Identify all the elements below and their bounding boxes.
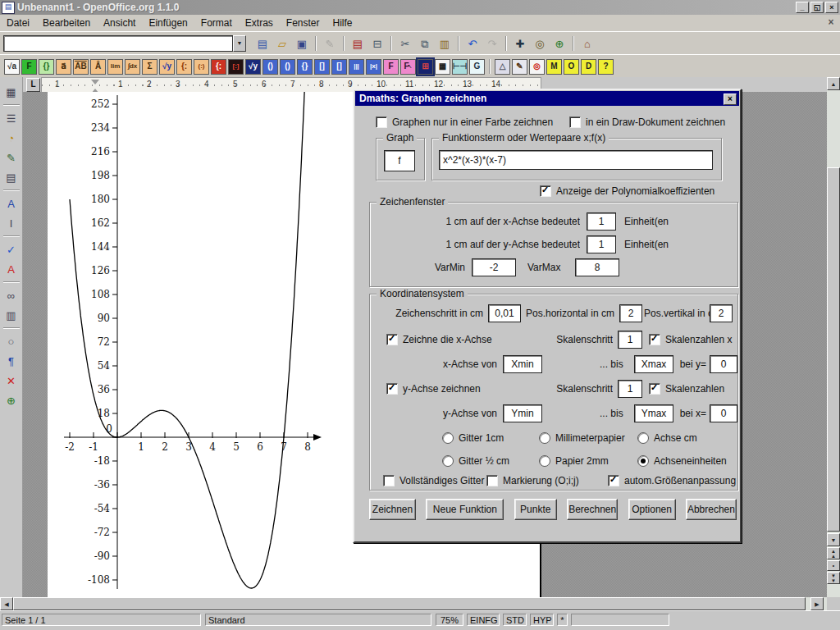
menu-item-ansicht[interactable]: Ansicht bbox=[97, 16, 142, 30]
radio-papier-2mm[interactable] bbox=[539, 455, 550, 467]
online-layout-icon[interactable]: ⊕ bbox=[2, 391, 21, 409]
neue-funktion-button[interactable]: Neue Funktion bbox=[426, 499, 504, 520]
navigator-icon[interactable]: ✚ bbox=[511, 34, 529, 52]
zoom-icon[interactable]: ○ bbox=[2, 332, 21, 350]
system-brace-icon[interactable]: {: bbox=[176, 59, 192, 75]
matrix-dark-icon[interactable]: [:] bbox=[228, 59, 244, 75]
auto-spellcheck-icon[interactable]: A bbox=[2, 260, 21, 278]
show-draw-functions-icon[interactable]: ✎ bbox=[2, 148, 21, 167]
checkbox-draw-y-axis[interactable] bbox=[386, 383, 398, 395]
y-achse-von-field[interactable]: Ymin bbox=[503, 404, 542, 422]
y-scale-field[interactable]: 1 bbox=[587, 235, 616, 253]
open-file-icon[interactable]: ▱ bbox=[273, 34, 291, 52]
varmin-field[interactable]: -2 bbox=[472, 258, 516, 276]
root-navy-icon[interactable]: √y bbox=[245, 59, 261, 75]
menu-item-extras[interactable]: Extras bbox=[239, 16, 280, 30]
menu-item-bearbeiten[interactable]: Bearbeiten bbox=[36, 16, 97, 30]
close-button[interactable]: × bbox=[825, 2, 838, 13]
function-term-field[interactable]: x^2*(x-3)*(x-7) bbox=[439, 150, 713, 170]
new-document-icon[interactable]: ▤ bbox=[253, 34, 272, 52]
restore-button[interactable]: ◱ bbox=[810, 2, 824, 13]
checkbox-polynomial-coefficients[interactable] bbox=[540, 185, 551, 197]
insert-fields-icon[interactable]: ☰ bbox=[2, 109, 21, 127]
url-dropdown-button[interactable]: ▼ bbox=[233, 35, 246, 52]
geometry-g-icon[interactable]: G bbox=[469, 59, 485, 75]
insert-form-icon[interactable]: ▤ bbox=[2, 168, 21, 186]
radio-achseneinheiten[interactable] bbox=[637, 455, 649, 467]
hyperlink-icon[interactable]: ⊕ bbox=[550, 34, 568, 52]
menu-item-datei[interactable]: Datei bbox=[0, 16, 36, 30]
tab-type-selector[interactable]: L bbox=[26, 78, 40, 92]
radio-gitter-halb-cm[interactable] bbox=[442, 455, 454, 467]
status-selection-mode[interactable]: STD bbox=[503, 614, 527, 626]
zeichnen-button[interactable]: Zeichnen bbox=[369, 499, 416, 520]
x-scale-field[interactable]: 1 bbox=[587, 212, 616, 231]
radio-gitter-1cm[interactable] bbox=[442, 432, 454, 444]
checkbox-draw-x-axis[interactable] bbox=[386, 334, 398, 345]
radio-millimeterpapier[interactable] bbox=[539, 432, 550, 444]
measure-icon[interactable]: ⊢⊣ bbox=[452, 59, 468, 75]
x-bis-field[interactable]: Xmax bbox=[634, 355, 673, 373]
minimize-button[interactable]: _ bbox=[796, 2, 809, 13]
checkbox-one-color[interactable] bbox=[376, 116, 387, 128]
optionen-button[interactable]: Optionen bbox=[628, 499, 676, 520]
varmax-field[interactable]: 8 bbox=[575, 258, 619, 276]
brackets-large-icon[interactable]: [] bbox=[331, 59, 347, 75]
navigation-dot-icon[interactable]: • bbox=[827, 560, 840, 571]
grid-icon[interactable]: ▦ bbox=[435, 59, 450, 75]
previous-page-icon[interactable]: ▲▲ bbox=[827, 547, 840, 559]
zoom-icon[interactable]: ◎ bbox=[531, 34, 549, 52]
macro-m-icon[interactable]: M bbox=[546, 59, 562, 75]
menu-item-hilfe[interactable]: Hilfe bbox=[326, 16, 359, 30]
checkbox-skalenzahlen-y[interactable] bbox=[649, 383, 660, 395]
scroll-down-icon[interactable]: ▼ bbox=[827, 533, 840, 546]
checkbox-markierung[interactable] bbox=[486, 475, 498, 486]
nth-root-icon[interactable]: √y bbox=[159, 59, 175, 75]
skalenschritt-x-field[interactable]: 1 bbox=[618, 331, 642, 349]
brackets-small-icon[interactable]: [] bbox=[314, 59, 330, 75]
angle-hat-icon[interactable]: Â bbox=[90, 59, 106, 75]
horizontal-scroll-thumb[interactable] bbox=[13, 597, 806, 610]
checkbox-skalenzahlen-x[interactable] bbox=[649, 334, 660, 345]
limit-icon[interactable]: lim bbox=[107, 59, 123, 75]
undo-icon[interactable]: ↶ bbox=[463, 34, 482, 52]
segment-ab-icon[interactable]: AB bbox=[73, 59, 89, 75]
status-hyperlink-mode[interactable]: HYP bbox=[530, 614, 554, 626]
sum-icon[interactable]: Σ bbox=[142, 59, 158, 75]
direct-cursor-icon[interactable]: I bbox=[2, 214, 21, 232]
bei-x-field[interactable]: 0 bbox=[710, 404, 737, 422]
insert-object-icon[interactable]: ◔ bbox=[2, 129, 21, 147]
print-file-icon[interactable]: ▤ bbox=[349, 34, 367, 52]
save-document-icon[interactable]: ▣ bbox=[293, 34, 311, 52]
macro-o-icon[interactable]: O bbox=[564, 59, 579, 75]
horizontal-scrollbar[interactable]: ◀ ▶ bbox=[0, 597, 827, 610]
menu-item-format[interactable]: Format bbox=[194, 16, 239, 30]
system-brace-red-icon[interactable]: {: bbox=[211, 59, 226, 75]
insert-table-icon[interactable]: ▦ bbox=[2, 83, 21, 101]
cut-icon[interactable]: ✂ bbox=[396, 34, 414, 52]
binomial-icon[interactable]: (:) bbox=[194, 59, 209, 75]
pos-horizontal-field[interactable]: 2 bbox=[619, 304, 642, 322]
abs-x-icon[interactable]: |x| bbox=[366, 59, 381, 75]
autotext-icon[interactable]: A bbox=[2, 194, 21, 212]
bei-y-field[interactable]: 0 bbox=[710, 355, 737, 373]
formula-f-cursor-icon[interactable]: F↖ bbox=[400, 59, 416, 75]
zeichenschritt-field[interactable]: 0,01 bbox=[488, 304, 521, 322]
status-zoom[interactable]: 75% bbox=[436, 614, 463, 626]
graph-name-field[interactable]: f bbox=[384, 150, 415, 171]
sqrt-a-icon[interactable]: √a bbox=[4, 59, 20, 75]
dmaths-target-icon[interactable]: ◎ bbox=[529, 59, 545, 75]
function-f-icon[interactable]: F bbox=[21, 59, 37, 75]
data-sources-icon[interactable]: ▥ bbox=[2, 306, 21, 324]
paste-icon[interactable]: ▥ bbox=[436, 34, 454, 52]
checkbox-vollstaendiges-gitter[interactable] bbox=[383, 475, 395, 486]
pos-vertikal-field[interactable]: 2 bbox=[710, 304, 733, 322]
scroll-up-icon[interactable]: ▲ bbox=[827, 77, 840, 90]
y-bis-field[interactable]: Ymax bbox=[634, 404, 673, 422]
punkte-button[interactable]: Punkte bbox=[514, 499, 557, 520]
parens-small-icon[interactable]: () bbox=[262, 59, 278, 75]
vertical-scrollbar[interactable]: ▲ ▼ ▲▲ • ▼▼ bbox=[827, 77, 840, 597]
edit-file-icon[interactable]: ✎ bbox=[321, 34, 339, 52]
formula-f-icon[interactable]: F bbox=[383, 59, 399, 75]
radio-achse-cm[interactable] bbox=[637, 432, 649, 444]
